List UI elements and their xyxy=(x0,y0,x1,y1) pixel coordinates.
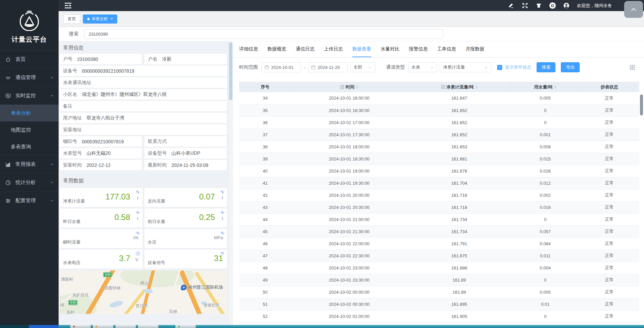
sort-caret-icon[interactable] xyxy=(476,86,478,88)
stat-card: 昨日水量0.58t xyxy=(60,209,142,227)
taskbar-button[interactable] xyxy=(115,325,136,328)
table-cell: 161.716 xyxy=(407,189,511,201)
table-row[interactable]: 452024-10-01 21:30:00161.7340.057正常 xyxy=(239,225,639,238)
sidebar-item-reports[interactable]: 常用报表 xyxy=(0,155,59,173)
map-airport-marker[interactable]: ✈ 泉州晋江国际机场 xyxy=(181,284,223,290)
sidebar-subitem-single-analysis[interactable]: 单表分析 xyxy=(0,105,59,121)
table-cell: 36 xyxy=(239,116,291,129)
table-cell: 37 xyxy=(239,129,291,141)
table-cell: 正常 xyxy=(579,129,639,141)
g-logo-icon[interactable]: G xyxy=(549,2,556,9)
sidebar-item-realtime[interactable]: 实时监控 xyxy=(0,86,59,105)
scrollbar-thumb[interactable] xyxy=(229,42,232,100)
table-cell: 43 xyxy=(239,201,291,213)
table-row[interactable]: 442024-10-01 21:00:00161.7340正常 xyxy=(239,213,639,225)
left-panel-scrollbar[interactable] xyxy=(228,41,233,325)
table-cell: 2024-10-01 19:00:00 xyxy=(291,165,407,177)
breadcrumb-tab-row: 首页 单表分析 × xyxy=(59,11,644,27)
breadcrumb-tab-home[interactable]: 首页 xyxy=(63,14,80,24)
table-scrollbar-thumb[interactable] xyxy=(640,95,643,115)
theme-icon[interactable] xyxy=(536,2,542,9)
table-row[interactable]: 402024-10-01 19:00:00161.6760.028正常 xyxy=(239,165,639,177)
column-header[interactable]: 时间 xyxy=(291,82,407,92)
stat-unit: MPa xyxy=(214,235,223,240)
map-view[interactable]: 塘新村田园张林崎山风炉后坑镇晋江市后林杏坂社区袁村G15G15 ✈ 泉州晋江国际… xyxy=(60,270,227,314)
stat-unit: t/h xyxy=(133,235,138,240)
table-row[interactable]: 382024-10-01 18:00:00161.6530.008正常 xyxy=(239,141,639,153)
taskbar-button[interactable] xyxy=(70,325,91,328)
edit-icon[interactable] xyxy=(508,2,514,9)
taskbar-active-app[interactable] xyxy=(29,325,59,328)
taskbar-start[interactable] xyxy=(0,325,29,328)
tab-1[interactable]: 数据概览 xyxy=(267,46,286,57)
table-row[interactable]: 372024-10-01 17:30:00161.6520.001正常 xyxy=(239,129,639,141)
taskbar-button[interactable] xyxy=(93,325,114,328)
tab-0[interactable]: 详细信息 xyxy=(239,46,258,57)
taskbar-button[interactable] xyxy=(138,325,159,328)
table-row[interactable]: 432024-10-01 20:30:00161.7180.016正常 xyxy=(239,201,639,213)
table-cell: 正常 xyxy=(579,116,639,129)
table-row[interactable]: 532024-10-02 01:30:00161.9050正常 xyxy=(239,322,639,325)
fullscreen-icon[interactable] xyxy=(522,2,528,9)
tab-2[interactable]: 通信日志 xyxy=(296,46,315,57)
table-row[interactable]: 352024-10-01 16:30:00161.6520正常 xyxy=(239,104,639,116)
tab-6[interactable]: 报警信息 xyxy=(409,46,428,57)
tab-7[interactable]: 工单信息 xyxy=(437,46,456,57)
breadcrumb-tab-active[interactable]: 单表分析 × xyxy=(83,14,117,24)
stats-icon xyxy=(5,180,11,186)
all-filter-select[interactable]: 全部 xyxy=(350,62,375,72)
map-water xyxy=(109,300,124,308)
wifi-icon xyxy=(220,251,225,256)
table-row[interactable]: 472024-10-01 22:30:00161.8750.011正常 xyxy=(239,250,639,262)
stat-label: 水压 xyxy=(148,239,157,245)
sidebar-item-home[interactable]: 首页 xyxy=(0,50,59,68)
table-cell: 0 xyxy=(511,310,579,322)
sidebar-item-stats[interactable]: 统计分析 xyxy=(0,173,59,191)
table-row[interactable]: 342024-10-01 16:00:00161.6470.005正常 xyxy=(239,92,639,104)
export-button[interactable]: 导出 xyxy=(561,62,580,72)
metric-select[interactable]: 净累计流量 xyxy=(440,62,491,72)
column-settings-grid-icon[interactable] xyxy=(630,65,635,70)
avatar[interactable] xyxy=(563,2,570,9)
highway-badge: G15 xyxy=(69,300,77,305)
table-row[interactable]: 392024-10-01 18:30:00161.6610.015正常 xyxy=(239,153,639,165)
table-cell: 2024-10-01 17:30:00 xyxy=(291,129,407,141)
collapse-menu-icon[interactable] xyxy=(64,2,72,9)
sidebar-menu: 首页通信管理实时监控单表分析地图监控多表查询常用报表统计分析配置管理 xyxy=(0,50,59,210)
table-row[interactable]: 462024-10-01 22:00:00161.7910.084正常 xyxy=(239,238,639,250)
tab-4[interactable]: 数据查看 xyxy=(352,46,371,57)
panel-collapse-button[interactable] xyxy=(624,1,643,18)
channel-select[interactable]: 水表 xyxy=(408,62,437,72)
search-input[interactable] xyxy=(84,29,443,39)
column-header[interactable]: 用水量/吨 xyxy=(511,82,579,92)
column-label: 时间 xyxy=(346,84,354,90)
table-cell: 161.89 xyxy=(407,274,511,286)
table-row[interactable]: 362024-10-01 17:00:00161.6520正常 xyxy=(239,116,639,129)
column-header[interactable]: 净累计流量/吨 xyxy=(407,82,511,92)
table-row[interactable]: 522024-10-02 01:00:00161.9050正常 xyxy=(239,310,639,322)
show-abnormal-checkbox[interactable]: ✓ xyxy=(497,65,502,70)
table-row[interactable]: 492024-10-01 23:30:00161.890正常 xyxy=(239,274,639,286)
sort-caret-icon[interactable] xyxy=(554,86,556,88)
table-row[interactable]: 412024-10-01 19:30:00161.7040.012正常 xyxy=(239,177,639,189)
tab-5[interactable]: 水量对比 xyxy=(381,46,399,57)
sidebar-item-config[interactable]: 配置管理 xyxy=(0,191,59,210)
os-taskbar[interactable] xyxy=(0,325,644,328)
sort-caret-icon[interactable] xyxy=(356,86,358,88)
table-row[interactable]: 512024-10-02 00:30:00161.8950.01正常 xyxy=(239,298,639,310)
table-row[interactable]: 422024-10-01 20:00:00161.7160.002正常 xyxy=(239,189,639,201)
end-date-picker[interactable]: 2024-11-25 xyxy=(308,62,348,72)
search-button[interactable]: 搜索 xyxy=(537,62,555,72)
taskbar-button[interactable] xyxy=(175,325,196,328)
sidebar-item-comm[interactable]: 通信管理 xyxy=(0,68,59,86)
tab-3[interactable]: 上传日志 xyxy=(324,46,343,57)
sidebar-subitem-map-monitor[interactable]: 地图监控 xyxy=(0,121,59,138)
tab-8[interactable]: 月报数据 xyxy=(465,46,484,57)
table-row[interactable]: 482024-10-01 23:00:00161.8860.004正常 xyxy=(239,262,639,274)
table-row[interactable]: 502024-10-02 00:00:00161.890.005正常 xyxy=(239,286,639,298)
map-place-label: 后林 xyxy=(169,309,177,314)
sidebar-item-label: 统计分析 xyxy=(15,179,36,186)
sidebar-subitem-multi-query[interactable]: 多表查询 xyxy=(0,138,59,155)
start-date-picker[interactable]: 2024-10-01 xyxy=(261,62,301,72)
close-tab-icon[interactable]: × xyxy=(110,16,113,21)
